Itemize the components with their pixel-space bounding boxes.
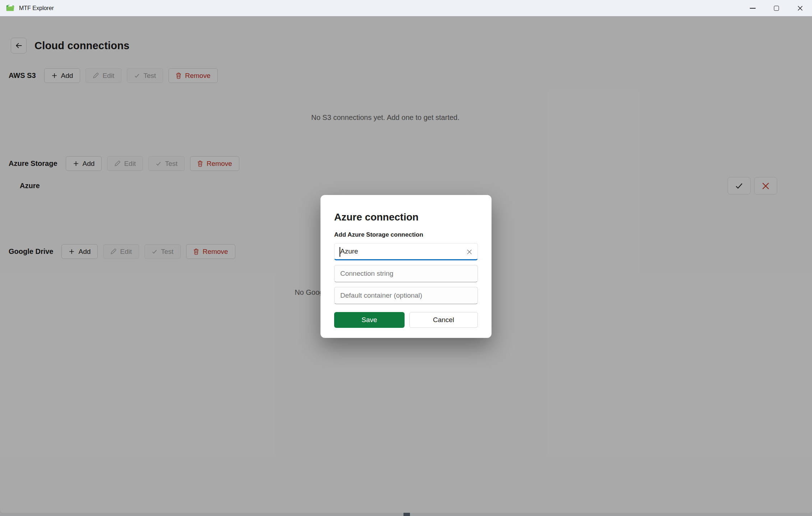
connection-string-input[interactable] <box>334 265 478 282</box>
close-icon[interactable] <box>788 0 812 16</box>
dialog-title: Azure connection <box>334 195 478 223</box>
dialog-buttons: Save Cancel <box>334 312 478 328</box>
app-title: MTF Explorer <box>19 5 54 11</box>
clear-input-icon[interactable] <box>465 248 473 256</box>
cancel-button[interactable]: Cancel <box>409 312 478 328</box>
connection-name-input[interactable] <box>334 243 478 260</box>
maximize-icon[interactable] <box>765 0 788 16</box>
azure-connection-dialog: Azure connection Add Azure Storage conne… <box>320 195 492 338</box>
titlebar: MTF Explorer <box>0 0 812 16</box>
default-container-input[interactable] <box>334 287 478 304</box>
default-container-field-wrap <box>334 287 478 304</box>
app-folder-icon <box>5 3 15 13</box>
save-button[interactable]: Save <box>334 312 405 328</box>
connection-name-field-wrap <box>334 243 478 260</box>
text-caret <box>340 247 340 257</box>
window-controls <box>741 0 812 16</box>
connection-string-field-wrap <box>334 265 478 282</box>
minimize-icon[interactable] <box>741 0 765 16</box>
dialog-subtitle: Add Azure Storage connection <box>334 231 478 238</box>
